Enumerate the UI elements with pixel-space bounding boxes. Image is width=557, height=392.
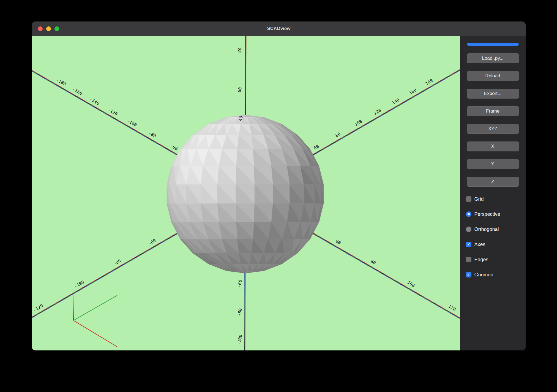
- xyz-button[interactable]: XYZ: [467, 124, 519, 134]
- perspective-radio[interactable]: [466, 211, 471, 217]
- gnomon-y-axis: [73, 295, 117, 320]
- gnomon-z-axis: [73, 290, 73, 320]
- gnomon-triad: [73, 290, 117, 347]
- toggle-list: Grid Perspective Orthogonal ✓ Axes Edges: [466, 195, 520, 286]
- axis-tick-label: 80: [370, 259, 377, 266]
- load-py-button[interactable]: Load .py...: [467, 53, 519, 63]
- scadview-window: SCADview -180-160-140-120-100-80-6040608…: [32, 21, 526, 350]
- grid-checkbox[interactable]: [466, 196, 471, 202]
- gnomon-x-axis: [73, 320, 117, 347]
- axis-tick-label: -80: [113, 258, 122, 266]
- toggle-grid[interactable]: Grid: [466, 195, 520, 203]
- control-sidebar: Load .py... Reload Export... Frame XYZ X…: [460, 36, 526, 350]
- toggle-perspective[interactable]: Perspective: [466, 210, 520, 218]
- axis-tick-label: -80: [236, 308, 243, 317]
- axis-tick-label: 60: [335, 239, 342, 246]
- toggle-label: Perspective: [474, 211, 500, 217]
- toggle-gnomon[interactable]: ✓ Gnomon: [466, 271, 520, 279]
- axis-tick-label: -80: [148, 130, 157, 139]
- reload-button[interactable]: Reload: [467, 71, 519, 81]
- axis-tick-label: 160: [408, 87, 418, 96]
- axis-tick-label: 140: [391, 97, 400, 105]
- traffic-lights: [38, 21, 59, 36]
- sphere-mesh: [167, 115, 324, 273]
- axis-tick-label: 120: [447, 304, 457, 312]
- toggle-label: Edges: [474, 257, 488, 263]
- axis-tick-label: 60: [237, 87, 243, 93]
- toggle-label: Axes: [474, 242, 485, 247]
- close-button[interactable]: [38, 26, 43, 31]
- axis-tick-label: -60: [236, 279, 243, 288]
- axis-tick-label: -100: [236, 334, 243, 345]
- viewport-3d[interactable]: -180-160-140-120-100-80-60406080100120-1…: [32, 36, 460, 350]
- export-button[interactable]: Export...: [467, 89, 519, 99]
- frame-button[interactable]: Frame: [467, 106, 519, 116]
- y-button[interactable]: Y: [467, 159, 519, 169]
- title-bar[interactable]: SCADview: [32, 21, 526, 36]
- toggle-label: Orthogonal: [474, 227, 499, 232]
- gnomon-checkbox[interactable]: ✓: [466, 272, 471, 277]
- axis-tick-label: 180: [425, 78, 434, 86]
- axis-tick-label: 60: [313, 144, 320, 151]
- minimize-button[interactable]: [46, 26, 51, 31]
- orthogonal-radio[interactable]: [466, 227, 471, 232]
- toggle-orthogonal[interactable]: Orthogonal: [466, 225, 520, 233]
- axis-tick-label: 80: [335, 131, 342, 138]
- window-title: SCADview: [267, 26, 290, 31]
- x-button[interactable]: X: [467, 141, 519, 151]
- axis-tick-label: 100: [354, 119, 363, 127]
- z-button[interactable]: Z: [467, 177, 519, 187]
- toggle-edges[interactable]: Edges: [466, 256, 520, 263]
- edges-checkbox[interactable]: [466, 257, 471, 262]
- axes-checkbox[interactable]: ✓: [466, 242, 471, 247]
- toggle-label: Gnomon: [474, 272, 493, 278]
- scene-canvas[interactable]: -180-160-140-120-100-80-60406080100120-1…: [32, 36, 460, 350]
- toggle-axes[interactable]: ✓ Axes: [466, 241, 520, 248]
- zoom-button[interactable]: [54, 26, 59, 31]
- axis-tick-label: -60: [169, 143, 179, 151]
- axis-tick-label: 80: [237, 47, 243, 53]
- axis-tick-label: -60: [148, 238, 157, 246]
- window-content: -180-160-140-120-100-80-60406080100120-1…: [32, 36, 526, 350]
- axis-tick-label: 100: [406, 280, 416, 288]
- progress-bar: [467, 43, 519, 46]
- toggle-label: Grid: [474, 196, 484, 202]
- axis-tick-label: 120: [373, 108, 382, 116]
